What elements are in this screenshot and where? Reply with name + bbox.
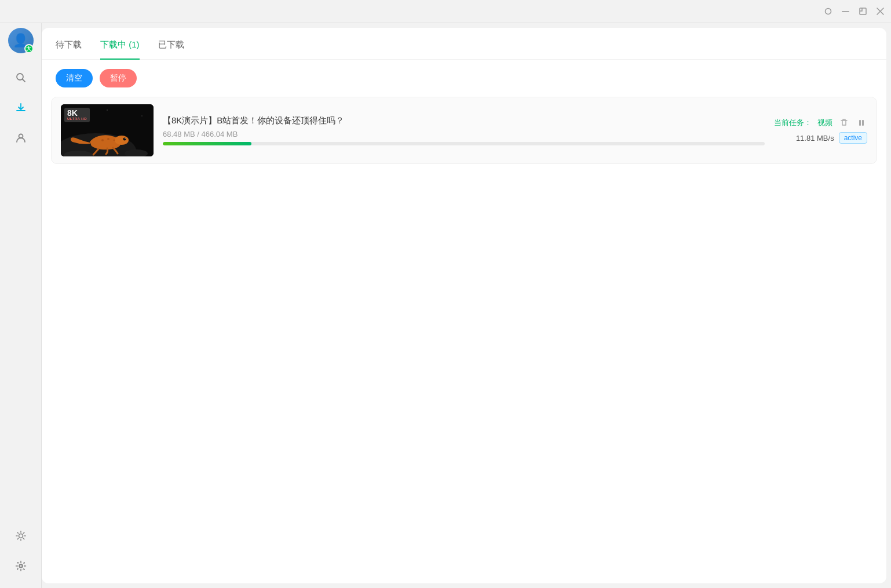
pause-button[interactable]: 暂停 xyxy=(100,69,137,87)
minimize-button[interactable] xyxy=(841,8,849,16)
svg-point-27 xyxy=(125,138,126,139)
svg-point-8 xyxy=(19,534,23,538)
sidebar: 👤 大 xyxy=(0,23,42,588)
svg-point-26 xyxy=(123,138,126,141)
svg-point-22 xyxy=(141,115,142,116)
main-content: 待下载 下载中 (1) 已下载 清空 暂停 xyxy=(42,28,886,583)
action-bar: 清空 暂停 xyxy=(42,60,886,97)
sidebar-item-profile[interactable] xyxy=(8,125,34,151)
pause-item-button[interactable] xyxy=(856,117,867,129)
speed-info: 11.81 MB/s active xyxy=(796,132,867,144)
svg-point-28 xyxy=(101,139,104,141)
svg-rect-33 xyxy=(859,120,861,126)
svg-point-29 xyxy=(107,138,109,140)
badge-8k: 8K ULTRA HD xyxy=(64,108,90,122)
download-right: 当前任务： 视频 xyxy=(774,117,867,144)
download-title: 【8K演示片】B站首发！你的设备还顶得住吗？ xyxy=(163,115,765,126)
download-list: 8K ULTRA HD 【8K演示片】B站首发！你的设备还顶得住吗？ 68.48… xyxy=(42,97,886,583)
svg-line-14 xyxy=(23,538,24,539)
status-badge: active xyxy=(839,132,867,144)
sidebar-nav xyxy=(8,65,34,523)
svg-line-16 xyxy=(17,538,18,539)
download-item: 8K ULTRA HD 【8K演示片】B站首发！你的设备还顶得住吗？ 68.48… xyxy=(51,97,877,164)
sidebar-item-search[interactable] xyxy=(8,65,34,90)
sidebar-bottom xyxy=(8,523,34,588)
task-info: 当前任务： 视频 xyxy=(774,117,867,129)
svg-point-0 xyxy=(825,9,831,14)
pin-button[interactable] xyxy=(824,8,832,16)
svg-line-6 xyxy=(22,79,25,82)
download-info: 【8K演示片】B站首发！你的设备还顶得住吗？ 68.48 MB / 466.04… xyxy=(163,115,765,145)
progress-bar xyxy=(163,142,251,145)
maximize-button[interactable] xyxy=(859,8,867,16)
task-label: 当前任务： xyxy=(774,118,812,128)
tab-downloading[interactable]: 下载中 (1) xyxy=(100,39,140,60)
download-thumbnail: 8K ULTRA HD xyxy=(61,104,154,156)
tab-downloaded[interactable]: 已下载 xyxy=(158,39,184,60)
tabs-header: 待下载 下载中 (1) 已下载 xyxy=(42,28,886,60)
svg-rect-34 xyxy=(862,120,864,126)
app-container: 👤 大 xyxy=(0,23,891,588)
task-type: 视频 xyxy=(817,118,832,128)
speed-text: 11.81 MB/s xyxy=(796,134,834,143)
svg-line-15 xyxy=(23,532,24,533)
sidebar-item-theme[interactable] xyxy=(8,523,34,549)
svg-line-13 xyxy=(17,532,18,533)
svg-point-23 xyxy=(107,109,107,110)
download-size: 68.48 MB / 466.04 MB xyxy=(163,130,765,138)
svg-rect-1 xyxy=(842,11,849,12)
titlebar xyxy=(0,0,891,23)
svg-point-25 xyxy=(115,136,129,145)
avatar[interactable]: 👤 大 xyxy=(8,28,34,53)
avatar-badge: 大 xyxy=(24,44,34,53)
tab-pending[interactable]: 待下载 xyxy=(56,39,82,60)
delete-button[interactable] xyxy=(838,117,850,129)
clear-button[interactable]: 清空 xyxy=(56,69,93,87)
sidebar-item-download[interactable] xyxy=(8,95,34,120)
sidebar-item-settings[interactable] xyxy=(8,553,34,579)
progress-bar-wrap xyxy=(163,142,765,145)
close-button[interactable] xyxy=(876,8,884,16)
svg-point-30 xyxy=(114,140,115,141)
